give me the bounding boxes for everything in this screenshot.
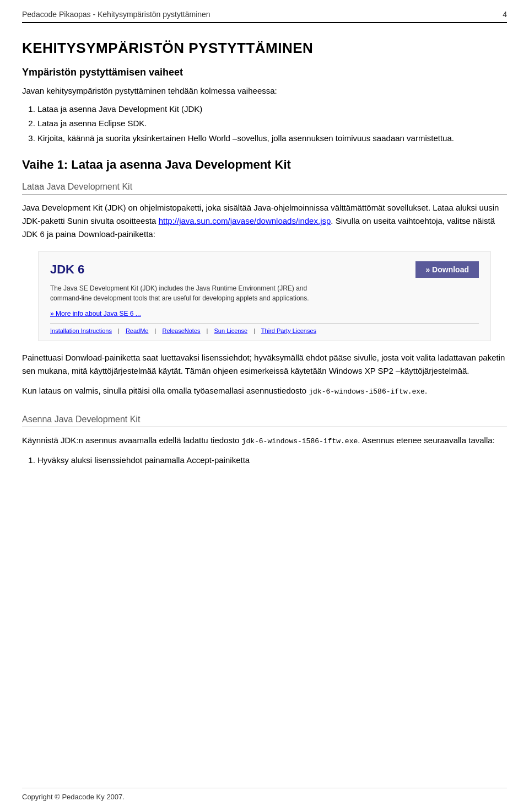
subsection1-heading: Lataa Java Development Kit: [22, 182, 507, 195]
jdk-title-row: JDK 6 » Download: [50, 261, 479, 278]
link-separator: |: [118, 327, 120, 334]
download-button[interactable]: » Download: [415, 261, 479, 278]
sub-heading: Ympäristön pystyttämisen vaiheet: [22, 67, 507, 78]
download-file-note: Kun lataus on valmis, sinulla pitäisi ol…: [22, 384, 507, 398]
main-heading: KEHITYSYMPÄRISTÖN PYSTYTTÄMINEN: [22, 40, 507, 57]
vaihe1-heading: Vaihe 1: Lataa ja asenna Java Developmen…: [22, 158, 507, 172]
download-note: Painettuasi Donwload-painiketta saat lue…: [22, 351, 507, 378]
link-separator: |: [155, 327, 156, 334]
install-intro: Käynnistä JDK:n asennus avaamalla edellä…: [22, 435, 242, 445]
install-instructions-link[interactable]: Installation Instructions: [50, 327, 112, 334]
download-file-note2: .: [425, 386, 427, 395]
steps-list: Lataa ja asenna Java Development Kit (JD…: [37, 103, 507, 145]
list-item: Kirjoita, käännä ja suorita yksinkertain…: [37, 132, 507, 145]
jdk-description: The Java SE Development Kit (JDK) includ…: [50, 283, 337, 303]
link-separator: |: [253, 327, 255, 334]
more-info-anchor[interactable]: » More info about Java SE 6 ...: [50, 310, 141, 318]
link-separator: |: [207, 327, 208, 334]
download-file-note1: Kun lataus on valmis, sinulla pitäisi ol…: [22, 386, 309, 395]
install-file-code: jdk-6-windows-i586-iftw.exe: [242, 437, 358, 445]
subsection2-heading: Asenna Java Development Kit: [22, 415, 507, 427]
screenshot-links-row: Installation Instructions | ReadMe | Rel…: [50, 323, 479, 334]
releasenotes-link[interactable]: ReleaseNotes: [162, 327, 200, 334]
header-title: Pedacode Pikaopas - Kehitysympäristön py…: [22, 10, 210, 19]
jdk-screenshot-box: JDK 6 » Download The Java SE Development…: [39, 251, 490, 341]
list-item: Lataa ja asenna Java Development Kit (JD…: [37, 103, 507, 116]
jdk-url-link[interactable]: http://java.sun.com/javase/downloads/ind…: [159, 216, 331, 225]
intro-text: Javan kehitysympäristön pystyttäminen te…: [22, 85, 507, 98]
jdk-title: JDK 6: [50, 262, 84, 277]
header-page-number: 4: [503, 10, 507, 19]
install-intro2: . Asennus etenee seuraavalla tavalla:: [358, 435, 495, 445]
copyright-text: Copyright © Pedacode Ky 2007.: [22, 793, 125, 801]
readme-link[interactable]: ReadMe: [126, 327, 149, 334]
page-header: Pedacode Pikaopas - Kehitysympäristön py…: [22, 0, 507, 23]
page-footer: Copyright © Pedacode Ky 2007.: [22, 788, 507, 801]
more-info-link: » More info about Java SE 6 ...: [50, 310, 479, 318]
list-item: Hyväksy aluksi lisenssiehdot painamalla …: [37, 454, 507, 467]
install-intro-paragraph: Käynnistä JDK:n asennus avaamalla edellä…: [22, 434, 507, 448]
jdk-intro-paragraph: Java Development Kit (JDK) on ohjelmisto…: [22, 201, 507, 241]
third-party-licenses-link[interactable]: Third Party Licenses: [261, 327, 316, 334]
list-item: Lataa ja asenna Eclipse SDK.: [37, 117, 507, 130]
sun-license-link[interactable]: Sun License: [214, 327, 248, 334]
install-steps-list: Hyväksy aluksi lisenssiehdot painamalla …: [37, 454, 507, 467]
download-file-code: jdk-6-windows-i586-iftw.exe: [309, 388, 425, 396]
